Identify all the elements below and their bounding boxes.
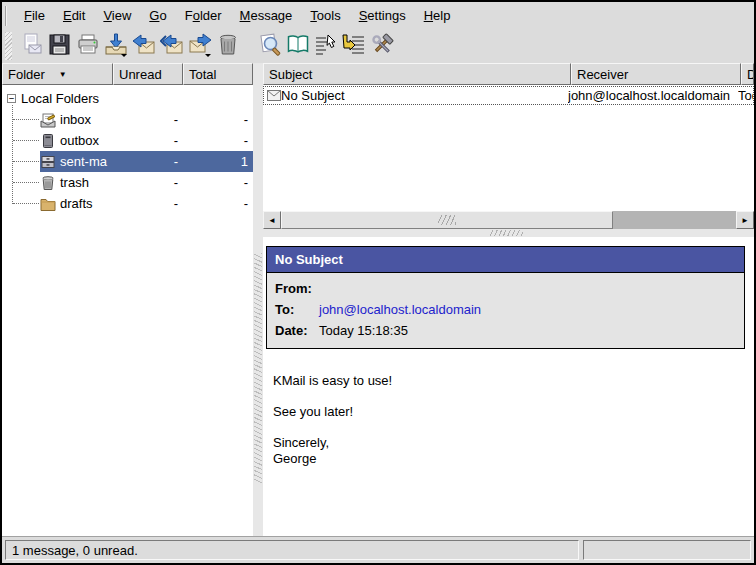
recipient-link[interactable]: john@localhost.localdomain: [319, 302, 481, 317]
forward-button[interactable]: [186, 31, 214, 61]
new-message-icon: [20, 33, 44, 60]
splitter-grip: [489, 230, 523, 236]
arrow-into-list-icon: [342, 33, 366, 60]
scrollbar-thumb[interactable]: [281, 211, 613, 229]
subject-column-header[interactable]: Subject: [263, 63, 571, 85]
horizontal-splitter[interactable]: [263, 229, 754, 237]
scrollbar-track[interactable]: [281, 211, 736, 229]
check-mail-button[interactable]: [102, 31, 130, 61]
reply-all-icon: [160, 33, 184, 60]
folder-row-outbox[interactable]: outbox - -: [2, 130, 253, 151]
print-icon: [76, 33, 100, 60]
menu-message[interactable]: Message: [231, 5, 302, 26]
menu-help[interactable]: Help: [415, 5, 460, 26]
folder-row-trash[interactable]: trash - -: [2, 172, 253, 193]
unread-column-header[interactable]: Unread: [113, 63, 183, 85]
folder-pane: Folder ▼ Unread Total − Local Folders: [2, 63, 253, 536]
reply-all-button[interactable]: [158, 31, 186, 61]
folder-pane-headers: Folder ▼ Unread Total: [2, 63, 253, 85]
reply-button[interactable]: [130, 31, 158, 61]
splitter-grip: [254, 253, 262, 483]
statusbar: 1 message, 0 unread.: [2, 536, 754, 563]
reply-icon: [132, 33, 156, 60]
folder-row-sent-mail[interactable]: sent-ma - 1: [2, 151, 253, 172]
toolbar: [2, 29, 754, 63]
menu-go[interactable]: Go: [140, 5, 175, 26]
folder-row-inbox[interactable]: inbox - -: [2, 109, 253, 130]
total-column-header[interactable]: Total: [183, 63, 253, 85]
message-subject-header: No Subject: [267, 247, 744, 272]
menu-tools[interactable]: Tools: [301, 5, 349, 26]
to-label: To:: [275, 302, 319, 317]
menubar-drag-handle[interactable]: [5, 6, 10, 26]
address-book-icon: [286, 33, 310, 60]
from-label: From:: [275, 281, 319, 296]
folder-row-drafts[interactable]: drafts - -: [2, 193, 253, 214]
menubar: File Edit View Go Folder Message Tools S…: [2, 2, 754, 29]
inbox-icon: [40, 112, 56, 128]
date-column-header[interactable]: Date: [741, 63, 754, 85]
collapse-expander-icon[interactable]: −: [7, 94, 16, 103]
save-icon: [48, 33, 72, 60]
save-button[interactable]: [46, 31, 74, 61]
menu-edit[interactable]: Edit: [54, 5, 94, 26]
forward-icon: [188, 33, 212, 60]
find-messages-icon: [258, 33, 282, 60]
message-date-cell: Today 15:18:35: [738, 88, 753, 103]
previous-unread-button[interactable]: [312, 31, 340, 61]
sent-mail-icon: [40, 154, 56, 170]
status-extra: [583, 540, 751, 560]
message-receiver-cell: john@localhost.localdomain: [568, 88, 738, 103]
folder-tree: − Local Folders inbox -: [2, 85, 253, 536]
configure-icon: [370, 33, 394, 60]
message-body: KMail is easy to use! See you later! Sin…: [273, 373, 744, 466]
scroll-right-button[interactable]: ►: [736, 211, 754, 229]
trash-folder-icon: [40, 175, 56, 191]
message-row[interactable]: No Subject john@localhost.localdomain To…: [263, 86, 754, 105]
message-list: No Subject john@localhost.localdomain To…: [263, 85, 754, 211]
message-reader-pane: No Subject From: To: john@localhost.loca…: [263, 237, 754, 536]
message-subject-cell: No Subject: [281, 88, 568, 103]
sort-arrow-icon: ▼: [59, 70, 67, 79]
horizontal-scrollbar[interactable]: ◄ ►: [263, 211, 754, 229]
main-area: Folder ▼ Unread Total − Local Folders: [2, 63, 754, 536]
status-message: 1 message, 0 unread.: [5, 540, 579, 560]
receiver-column-header[interactable]: Receiver: [571, 63, 741, 85]
menu-file[interactable]: File: [15, 5, 54, 26]
scroll-left-button[interactable]: ◄: [263, 211, 281, 229]
new-message-button[interactable]: [18, 31, 46, 61]
envelope-icon: [264, 90, 281, 101]
message-list-headers: Subject Receiver Date: [263, 63, 754, 85]
check-mail-icon: [104, 33, 128, 60]
list-cursor-icon: [314, 33, 338, 60]
menu-settings[interactable]: Settings: [350, 5, 415, 26]
vertical-splitter[interactable]: [253, 63, 263, 536]
outbox-icon: [40, 133, 56, 149]
trash-button[interactable]: [214, 31, 242, 61]
menu-folder[interactable]: Folder: [176, 5, 231, 26]
print-button[interactable]: [74, 31, 102, 61]
message-list-pane: Subject Receiver Date No Subject john@lo…: [263, 63, 754, 229]
message-header-box: No Subject From: To: john@localhost.loca…: [266, 246, 745, 349]
toolbar-drag-handle[interactable]: [5, 32, 12, 60]
menu-view[interactable]: View: [94, 5, 140, 26]
kmail-window: File Edit View Go Folder Message Tools S…: [0, 0, 756, 565]
address-book-button[interactable]: [284, 31, 312, 61]
message-header-fields: From: To: john@localhost.localdomain Dat…: [267, 272, 744, 348]
configure-button[interactable]: [368, 31, 396, 61]
date-label: Date:: [275, 323, 319, 338]
next-unread-button[interactable]: [340, 31, 368, 61]
drafts-folder-icon: [40, 196, 56, 212]
folder-column-header[interactable]: Folder ▼: [2, 63, 113, 85]
folder-root-local-folders[interactable]: − Local Folders: [2, 88, 253, 109]
find-messages-button[interactable]: [256, 31, 284, 61]
trash-icon: [216, 33, 240, 60]
root-folder-label: Local Folders: [21, 91, 99, 106]
date-value: Today 15:18:35: [319, 323, 408, 338]
right-pane: Subject Receiver Date No Subject john@lo…: [263, 63, 754, 536]
